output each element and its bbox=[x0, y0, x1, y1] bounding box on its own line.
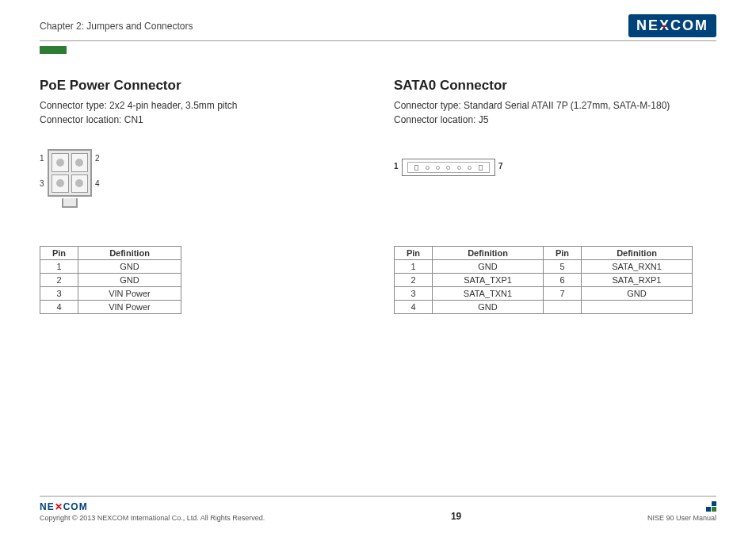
table-row: 4GND bbox=[395, 301, 693, 314]
poe-pin-table: Pin Definition 1GND 2GND 3VIN Power 4VIN… bbox=[40, 246, 181, 314]
sata-diagram: 1 7 bbox=[394, 149, 716, 236]
sata-title: SATA0 Connector bbox=[394, 78, 716, 94]
table-row: 2SATA_TXP1 6SATA_RXP1 bbox=[395, 274, 693, 287]
poe-location: Connector location: CN1 bbox=[40, 113, 362, 127]
manual-name: NISE 90 User Manual bbox=[647, 514, 716, 522]
poe-label-1: 1 bbox=[40, 154, 44, 163]
page-header: Chapter 2: Jumpers and Connectors NEXCOM bbox=[40, 14, 716, 41]
poe-connector-icon bbox=[48, 149, 92, 197]
sata-pin-icon bbox=[446, 166, 450, 170]
sata-pin-icon bbox=[436, 166, 440, 170]
table-row: 1GND 5SATA_RXN1 bbox=[395, 260, 693, 274]
sata-label-7: 7 bbox=[498, 162, 503, 171]
sata-pin-icon bbox=[426, 166, 430, 170]
th-def: Definition bbox=[582, 247, 693, 260]
sata-type: Connector type: Standard Serial ATAII 7P… bbox=[394, 98, 716, 113]
table-row: 3SATA_TXN1 7GND bbox=[395, 287, 693, 301]
sata-pin-icon bbox=[414, 165, 418, 171]
poe-section: PoE Power Connector Connector type: 2x2 … bbox=[40, 78, 362, 314]
sata-section: SATA0 Connector Connector type: Standard… bbox=[394, 78, 716, 314]
th-pin: Pin bbox=[544, 247, 582, 260]
poe-label-2: 2 bbox=[95, 154, 100, 163]
footer-right: NISE 90 User Manual bbox=[647, 500, 716, 522]
table-row: 1GND bbox=[40, 260, 181, 274]
poe-type: Connector type: 2x2 4-pin header, 3.5mm … bbox=[40, 98, 362, 113]
poe-pin-1 bbox=[52, 153, 69, 172]
poe-pin-3 bbox=[52, 174, 69, 194]
page-number: 19 bbox=[451, 511, 461, 522]
sata-connector-icon bbox=[402, 159, 495, 176]
table-row: 4VIN Power bbox=[40, 301, 181, 314]
poe-pin-4 bbox=[71, 174, 89, 194]
sata-pin-icon bbox=[457, 166, 461, 170]
poe-label-4: 4 bbox=[95, 179, 100, 188]
table-header-row: Pin Definition Pin Definition bbox=[395, 247, 693, 260]
poe-connector-tab bbox=[62, 198, 78, 208]
poe-diagram: 1 2 3 4 bbox=[40, 149, 362, 236]
page-footer: NE✕COM Copyright © 2013 NEXCOM Internati… bbox=[40, 496, 716, 522]
copyright-text: Copyright © 2013 NEXCOM International Co… bbox=[40, 514, 265, 522]
nexcom-logo: NEXCOM bbox=[628, 14, 716, 37]
th-def: Definition bbox=[78, 247, 181, 260]
table-row: 2GND bbox=[40, 274, 181, 287]
sata-label-1: 1 bbox=[394, 162, 399, 171]
th-def: Definition bbox=[433, 247, 544, 260]
content-columns: PoE Power Connector Connector type: 2x2 … bbox=[40, 78, 716, 314]
th-pin: Pin bbox=[395, 247, 433, 260]
footer-left: NE✕COM Copyright © 2013 NEXCOM Internati… bbox=[40, 501, 265, 522]
table-row: 3VIN Power bbox=[40, 287, 181, 301]
sata-pin-table: Pin Definition Pin Definition 1GND 5SATA… bbox=[394, 246, 693, 314]
th-pin: Pin bbox=[40, 247, 78, 260]
chapter-title: Chapter 2: Jumpers and Connectors bbox=[40, 21, 193, 32]
sata-pin-icon bbox=[479, 165, 483, 171]
footer-squares-icon bbox=[706, 501, 716, 512]
poe-pin-2 bbox=[71, 153, 89, 172]
header-accent-bar bbox=[40, 46, 67, 54]
table-header-row: Pin Definition bbox=[40, 247, 181, 260]
nexcom-logo-small: NE✕COM bbox=[40, 501, 265, 512]
poe-label-3: 3 bbox=[40, 179, 44, 188]
sata-location: Connector location: J5 bbox=[394, 113, 716, 127]
poe-title: PoE Power Connector bbox=[40, 78, 362, 94]
sata-pin-icon bbox=[468, 166, 472, 170]
